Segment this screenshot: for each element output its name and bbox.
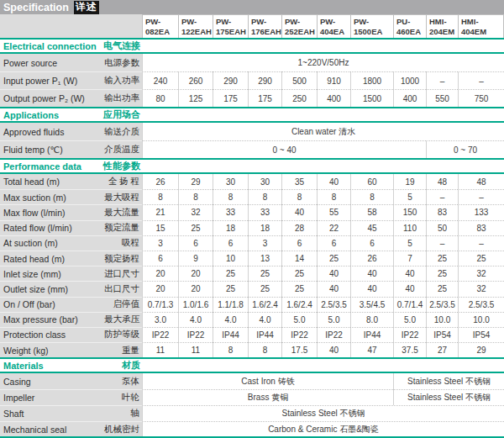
section-title-zh: 性能参数 [94,160,142,172]
data-cell: 133 [458,204,504,219]
row-label-en: Max flow (l/min) [0,204,94,219]
row-label-en: Power source [0,54,94,71]
section-title-zh: 材质 [94,359,142,372]
table-row: Shaft轴Stainless Steel 不锈钢 [0,405,504,421]
column-header: HMI-404EM [458,14,504,38]
data-cell: 50 [426,220,458,235]
data-cell: 48 [458,174,504,189]
data-cell: 20 [178,266,213,281]
page-title-zh-tag: 详述 [74,1,99,14]
data-cell: 5.0 [281,312,317,327]
data-cell: IP22 [393,327,426,342]
data-cell: 8 [213,342,248,357]
data-cell: IP44 [213,327,248,342]
table-row: Max pressure (bar)最大承压3.04.04.04.05.05.0… [0,312,504,327]
data-cell: 55 [317,204,350,219]
data-cell: 32 [178,204,213,219]
row-label-en: Shaft [0,405,94,421]
data-cell: 83 [458,220,504,235]
row-label-zh: 额定扬程 [94,251,142,266]
model-name-line2: 404EM [461,27,503,37]
data-cell: 30 [213,174,248,189]
data-cell: Carbon & Ceramic 石墨&陶瓷 [142,421,504,437]
data-cell: 175 [213,89,248,107]
model-name-line2: 175EAH [216,27,248,37]
data-cell: 30 [248,174,281,189]
model-name-line2: 1500EA [354,27,393,37]
data-cell: 8 [248,342,281,357]
data-cell: 15 [142,220,178,235]
data-cell: 20 [178,281,213,296]
data-cell: 45 [350,220,393,235]
table-row: Mechanical seal机械密封Carbon & Ceramic 石墨&陶… [0,421,504,437]
data-cell: Stainless Steel 不锈钢 [142,405,504,421]
data-cell: 25 [281,281,317,296]
data-cell: 32 [458,266,504,281]
data-cell: IP44 [248,327,281,342]
data-cell: 750 [458,89,504,107]
section-header: Performance data性能参数 [0,160,504,172]
table-row: Approved fluids输送介质Clean water 清水 [0,123,504,140]
column-header: PU-460EA [393,14,426,38]
row-label-zh: 介质温度 [94,140,142,158]
data-cell: 25 [178,220,213,235]
data-cell: 60 [350,174,393,189]
header-spacer [0,14,142,38]
row-label-zh: 最大承压 [94,312,142,327]
table-row: Max suction (m)最大吸程88888885–– [0,189,504,204]
data-cell: Stainless Steel 不锈钢 [393,373,504,389]
row-label-zh: 额定流量 [94,220,142,235]
data-cell: 4.0 [178,312,213,327]
column-header: PW-404EA [317,14,350,38]
column-header: PW-252EAH [281,14,317,38]
row-label-en: Max suction (m) [0,189,94,204]
data-cell: 1000 [393,71,426,89]
data-cell: 3.5/4.5 [350,297,393,312]
row-label-zh: 最大吸程 [94,189,142,204]
data-cell: 3 [248,235,281,251]
data-cell: 25 [248,281,281,296]
data-cell: 1500 [350,89,393,107]
data-cell: 10.0 [426,312,458,327]
data-cell: – [458,189,504,204]
row-label-en: Outlet size (mm) [0,281,94,296]
data-cell: 0 ~ 40 [142,140,426,158]
data-cell: 3.0 [142,312,178,327]
data-cell: 11 [142,342,178,357]
model-name-line2: 404EA [320,27,350,37]
data-cell: 5.0 [317,312,350,327]
data-cell: 8 [281,189,317,204]
row-label-en: On / Off (bar) [0,297,94,312]
data-cell: 19 [393,174,426,189]
row-label-en: Rated flow (l/min) [0,220,94,235]
data-cell: 8 [350,189,393,204]
data-cell: 5 [393,235,426,251]
table-row: Inlet size (mm)进口尺寸20202525254040402532 [0,266,504,281]
column-header: PW-176EAH [248,14,281,38]
data-cell: 6 [142,251,178,266]
data-cell: 80 [142,89,178,107]
data-cell: 35 [281,174,317,189]
row-label-zh: 输入功率 [94,71,142,89]
data-cell: 18 [248,220,281,235]
data-cell: 1.1/1.8 [213,297,248,312]
data-cell: 500 [281,71,317,89]
data-cell: – [458,71,504,89]
table-row: Outlet size (mm)出口尺寸20202525254040402532 [0,281,504,296]
model-name-line2: 122EAH [181,27,213,37]
data-cell: IP22 [317,327,350,342]
data-cell: 6 [350,235,393,251]
data-cell: 37.5 [393,342,426,357]
data-cell: IP22 [178,327,213,342]
row-label-zh: 泵体 [94,373,142,389]
data-cell: Clean water 清水 [142,123,504,140]
data-cell: 20 [142,281,178,296]
spec-table: Electrical connection电气连接Power source电源参… [0,38,504,438]
data-cell: 150 [393,204,426,219]
model-name-line1: HMI- [429,17,458,27]
row-label-zh: 全 扬 程 [94,174,142,189]
data-cell: 20 [142,266,178,281]
data-cell: 58 [350,204,393,219]
row-label-en: Approved fluids [0,123,94,140]
data-cell: 13 [248,251,281,266]
